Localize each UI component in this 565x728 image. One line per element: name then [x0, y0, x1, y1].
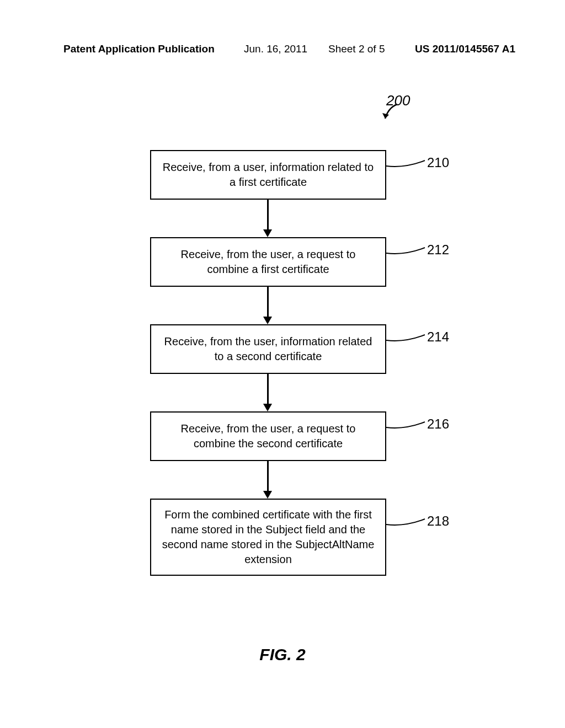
ref-200-arrow-icon	[381, 102, 403, 124]
leader-line-icon	[386, 331, 428, 348]
flow-step-216: Receive, from the user, a request to com…	[150, 411, 386, 461]
ref-label-212: 212	[427, 242, 449, 258]
header-publication-type: Patent Application Publication	[63, 43, 215, 55]
ref-label-210: 210	[427, 155, 449, 170]
ref-label-218: 218	[427, 513, 449, 529]
leader-line-icon	[386, 244, 428, 261]
flow-step-text: Form the combined certificate with the f…	[160, 507, 376, 567]
svg-marker-0	[382, 113, 389, 119]
header-date: Jun. 16, 2011	[244, 43, 307, 55]
flow-step-text: Receive, from the user, information rela…	[160, 334, 376, 364]
flow-step-text: Receive, from the user, a request to com…	[160, 421, 376, 451]
leader-line-icon	[386, 157, 428, 174]
ref-label-216: 216	[427, 416, 449, 432]
flow-step-212: Receive, from the user, a request to com…	[150, 237, 386, 287]
ref-label-214: 214	[427, 329, 449, 345]
figure-caption: FIG. 2	[0, 645, 565, 664]
flow-step-text: Receive, from the user, a request to com…	[160, 247, 376, 277]
flow-step-text: Receive, from a user, information relate…	[160, 160, 376, 190]
figure-area: 200 Receive, from a user, information re…	[0, 85, 565, 692]
header-sheet: Sheet 2 of 5	[328, 43, 385, 55]
flow-step-214: Receive, from the user, information rela…	[150, 324, 386, 374]
flow-step-210: Receive, from a user, information relate…	[150, 150, 386, 200]
leader-line-icon	[386, 516, 428, 532]
leader-line-icon	[386, 419, 428, 435]
flow-step-218: Form the combined certificate with the f…	[150, 499, 386, 576]
header-pub-number: US 2011/0145567 A1	[415, 43, 515, 55]
